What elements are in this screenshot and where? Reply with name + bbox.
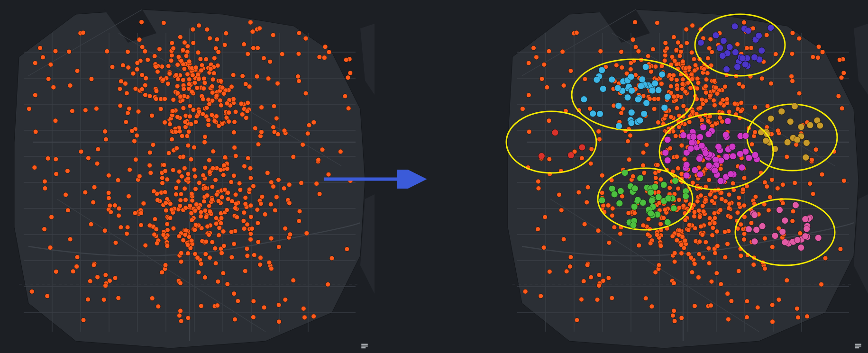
map-attribution-icon bbox=[853, 342, 863, 350]
figure-stage bbox=[0, 0, 868, 353]
right-map-panel bbox=[493, 0, 868, 353]
left-map-base bbox=[0, 0, 375, 353]
map-attribution-icon bbox=[359, 342, 370, 350]
left-map-panel bbox=[0, 0, 375, 353]
right-map-base bbox=[493, 0, 868, 353]
